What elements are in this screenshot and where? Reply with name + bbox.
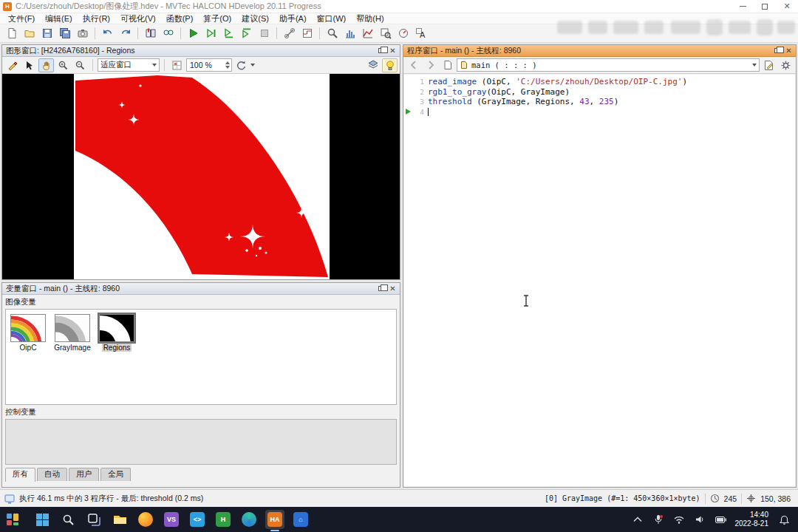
spin-up-icon[interactable]	[225, 61, 230, 64]
menu-item[interactable]: 文件(F)	[3, 13, 40, 24]
menu-item[interactable]: 执行(R)	[78, 13, 115, 24]
gray-histogram-icon[interactable]	[341, 26, 358, 41]
spin-down-icon[interactable]	[225, 66, 230, 69]
redo-icon[interactable]	[117, 26, 134, 41]
variable-thumb-oipc[interactable]: OipC	[9, 314, 47, 352]
code-editor[interactable]: 1read_image (OipC, 'C:/Users/zhouh/Deskt…	[404, 75, 795, 486]
program-close-button[interactable]: ✕	[783, 46, 794, 55]
widgets-icon[interactable]	[3, 510, 22, 529]
line-gutter[interactable]: 4	[404, 107, 428, 117]
edit-procedure-icon[interactable]	[761, 58, 777, 72]
variable-float-button[interactable]	[375, 284, 386, 293]
menu-item[interactable]: 编辑(E)	[40, 13, 78, 24]
menu-item[interactable]: 函数(P)	[161, 13, 199, 24]
lightbulb-icon[interactable]	[382, 58, 398, 72]
variable-thumb-regions[interactable]: Regions	[98, 314, 136, 352]
variable-tab[interactable]: 自动	[37, 468, 67, 481]
zoom-in-icon[interactable]	[55, 58, 71, 72]
tray-network-icon[interactable]	[671, 511, 687, 528]
vscode-icon[interactable]: <>	[188, 510, 207, 529]
tray-chevron-up-icon[interactable]	[630, 511, 646, 528]
zoom-percent-spinner[interactable]: 100 %	[186, 58, 232, 72]
maximize-button[interactable]	[754, 0, 776, 13]
chevron-down-icon[interactable]	[250, 64, 255, 66]
program-window-header[interactable]: 程序窗口 - main () - 主线程: 8960 ✕	[403, 45, 796, 57]
line-gutter[interactable]: 2	[404, 87, 428, 98]
variable-thumb-grayimage[interactable]: GrayImage	[53, 314, 92, 352]
variable-window-header[interactable]: 变量窗口 - main () - 主线程: 8960 ✕	[2, 283, 400, 295]
capture-window-icon[interactable]	[74, 26, 91, 41]
zoom-window-icon[interactable]	[377, 26, 394, 41]
run-icon[interactable]	[185, 26, 202, 41]
menu-item[interactable]: 建议(S)	[236, 13, 274, 24]
reset-view-icon[interactable]	[233, 58, 249, 72]
stop-icon[interactable]	[256, 26, 273, 41]
variable-tab[interactable]: 全局	[100, 468, 131, 481]
graphics-canvas[interactable]	[2, 74, 400, 279]
close-button[interactable]: ✕	[776, 0, 798, 13]
menu-item[interactable]: 窗口(W)	[312, 13, 352, 24]
font-tool-icon[interactable]: A	[412, 26, 429, 41]
hdevelop-taskbar-icon[interactable]: HA	[265, 510, 284, 529]
store-icon[interactable]: ⌂	[291, 510, 310, 529]
step-over-icon[interactable]	[202, 26, 219, 41]
firefox-icon[interactable]	[136, 510, 155, 529]
threshold-tool-icon[interactable]	[299, 26, 316, 41]
menu-item[interactable]: 助手(A)	[274, 13, 312, 24]
search-icon[interactable]	[58, 510, 78, 529]
save-file-icon[interactable]	[38, 26, 55, 41]
line-gutter[interactable]: 1	[404, 77, 428, 87]
halcon-icon[interactable]: H	[214, 510, 233, 529]
code-line[interactable]: 2rgb1_to_gray(OipC, GrayImage)	[404, 87, 795, 98]
variable-close-button[interactable]: ✕	[387, 284, 398, 293]
code-line[interactable]: 1read_image (OipC, 'C:/Users/zhouh/Deskt…	[404, 77, 795, 87]
code-line[interactable]: 4	[404, 107, 795, 117]
taskbar-clock[interactable]: 14:40 2022-8-21	[732, 511, 771, 528]
new-file-icon[interactable]	[3, 26, 20, 41]
find-icon[interactable]	[160, 26, 177, 41]
tray-volume-icon[interactable]	[692, 511, 708, 528]
measure-tool-icon[interactable]	[395, 26, 412, 41]
save-all-icon[interactable]	[56, 26, 73, 41]
menu-item[interactable]: 算子(O)	[198, 13, 236, 24]
menu-item[interactable]: 可视化(V)	[115, 13, 161, 24]
step-into-icon[interactable]	[220, 26, 237, 41]
select-arrow-icon[interactable]	[21, 58, 37, 72]
file-explorer-icon[interactable]	[110, 510, 129, 529]
control-variables-area[interactable]	[5, 419, 397, 465]
zoom-out-icon[interactable]	[72, 58, 88, 72]
attach-process-icon[interactable]	[281, 26, 298, 41]
graphics-float-button[interactable]	[375, 46, 386, 55]
variable-tab[interactable]: 用户	[69, 468, 99, 481]
line-gutter[interactable]: 3	[404, 97, 428, 107]
procedure-settings-icon[interactable]	[778, 58, 794, 72]
code-line[interactable]: 3threshold (GrayImage, Regions, 43, 235)	[404, 97, 795, 107]
procedure-combo[interactable]: main ( : : : )	[457, 58, 760, 72]
menu-item[interactable]: 帮助(H)	[351, 13, 389, 24]
minimize-button[interactable]	[732, 0, 754, 13]
draw-pen-icon[interactable]	[4, 58, 20, 72]
tray-battery-icon[interactable]	[712, 511, 729, 528]
program-file-icon[interactable]	[440, 58, 455, 72]
graphics-window-header[interactable]: 图形窗口: [H2426A768160] - Regions ✕	[2, 45, 400, 57]
open-file-icon[interactable]	[21, 26, 38, 41]
graphics-close-button[interactable]: ✕	[387, 46, 398, 55]
layers-icon[interactable]	[365, 58, 381, 72]
visual-studio-icon[interactable]: VS	[162, 510, 181, 529]
variable-tab[interactable]: 所有	[5, 468, 35, 482]
operator-reference-icon[interactable]	[142, 26, 159, 41]
fit-mode-combo[interactable]: 适应窗口	[98, 58, 160, 72]
step-out-icon[interactable]	[238, 26, 255, 41]
pan-hand-icon[interactable]	[38, 58, 54, 72]
feature-histogram-icon[interactable]	[359, 26, 376, 41]
program-float-button[interactable]	[771, 46, 782, 55]
tray-mic-icon[interactable]	[650, 511, 666, 528]
undo-icon[interactable]	[99, 26, 116, 41]
zoom-tool-icon[interactable]	[324, 26, 341, 41]
adapt-grid-icon[interactable]	[169, 58, 185, 72]
notification-bell-icon[interactable]	[776, 511, 792, 528]
nav-forward-icon[interactable]	[423, 58, 438, 72]
start-icon[interactable]	[33, 510, 52, 529]
task-view-icon[interactable]	[84, 510, 103, 529]
nav-back-icon[interactable]	[406, 58, 421, 72]
